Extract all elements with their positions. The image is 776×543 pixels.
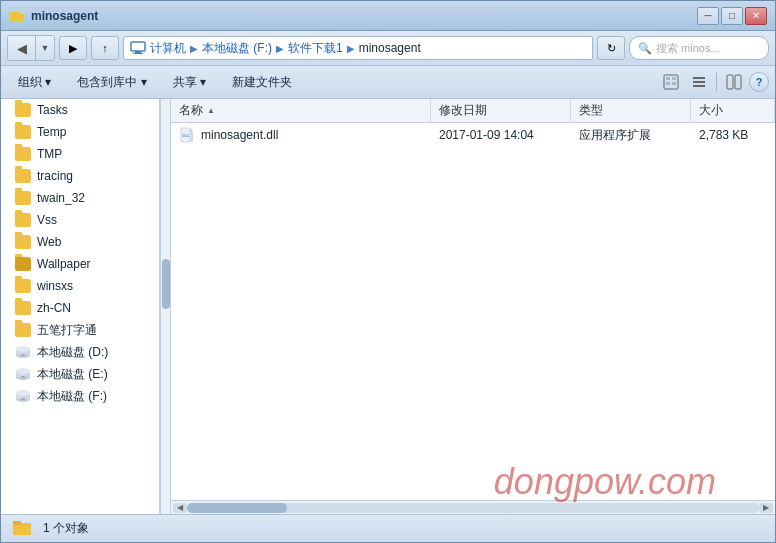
table-row[interactable]: DLL minosagent.dll 2017-01-09 14:04 应用程序… (171, 123, 775, 147)
sidebar-item-label: Wallpaper (37, 257, 91, 271)
col-header-size[interactable]: 大小 (691, 99, 775, 122)
h-scroll-left[interactable]: ◀ (173, 503, 187, 513)
organize-button[interactable]: 组织 ▾ (7, 69, 62, 95)
drive-icon (15, 367, 31, 381)
folder-icon (15, 103, 31, 117)
window-title: minosagent (31, 9, 697, 23)
panel-icon (726, 74, 742, 90)
col-header-date[interactable]: 修改日期 (431, 99, 571, 122)
help-button[interactable]: ? (749, 72, 769, 92)
sidebar-item-label: zh-CN (37, 301, 71, 315)
sidebar-item-drive-f[interactable]: 本地磁盘 (F:) (1, 385, 159, 407)
sidebar-item-wallpaper[interactable]: Wallpaper (1, 253, 159, 275)
view-button-2[interactable] (686, 70, 712, 94)
svg-rect-11 (693, 81, 705, 83)
file-type-cell: 应用程序扩展 (571, 123, 691, 147)
nav-dropdown[interactable]: ▼ (36, 36, 54, 60)
path-part-1: 计算机 (150, 40, 186, 57)
svg-rect-3 (135, 51, 141, 53)
col-header-name[interactable]: 名称 ▲ (171, 99, 431, 122)
search-box[interactable]: 🔍 搜索 minos... (629, 36, 769, 60)
sidebar-item-temp[interactable]: Temp (1, 121, 159, 143)
folder-icon (15, 169, 31, 183)
svg-rect-10 (693, 77, 705, 79)
view-icons: ? (658, 70, 769, 94)
sidebar-item-vss[interactable]: Vss (1, 209, 159, 231)
sidebar-item-label: Vss (37, 213, 57, 227)
window-icon (9, 8, 25, 24)
search-icon: 🔍 (638, 42, 652, 55)
main-content: Tasks Temp TMP tracing twain_32 (1, 99, 775, 514)
folder-icon (15, 301, 31, 315)
sidebar-item-wubi[interactable]: 五笔打字通 (1, 319, 159, 341)
sidebar: Tasks Temp TMP tracing twain_32 (1, 99, 160, 514)
sidebar-scrollbar[interactable] (160, 99, 170, 514)
list-icon (691, 74, 707, 90)
status-count: 1 个对象 (43, 520, 89, 537)
svg-rect-1 (10, 14, 24, 21)
path-sep-3: ▶ (347, 43, 355, 54)
toolbar: 组织 ▾ 包含到库中 ▾ 共享 ▾ 新建文件夹 (1, 66, 775, 99)
sidebar-item-drive-e[interactable]: 本地磁盘 (E:) (1, 363, 159, 385)
sidebar-item-tasks[interactable]: Tasks (1, 99, 159, 121)
col-header-type[interactable]: 类型 (571, 99, 691, 122)
sidebar-item-zh-cn[interactable]: zh-CN (1, 297, 159, 319)
minimize-button[interactable]: ─ (697, 7, 719, 25)
include-library-button[interactable]: 包含到库中 ▾ (66, 69, 157, 95)
sidebar-item-web[interactable]: Web (1, 231, 159, 253)
folder-icon (15, 213, 31, 227)
window-controls: ─ □ ✕ (697, 7, 767, 25)
sidebar-item-label: TMP (37, 147, 62, 161)
sidebar-item-label: winsxs (37, 279, 73, 293)
svg-rect-7 (672, 77, 676, 80)
title-bar: minosagent ─ □ ✕ (1, 1, 775, 31)
view-button-3[interactable] (721, 70, 747, 94)
h-scroll-right[interactable]: ▶ (759, 503, 773, 513)
file-panel: 名称 ▲ 修改日期 类型 大小 (171, 99, 775, 514)
path-sep-2: ▶ (276, 43, 284, 54)
sidebar-scrollbar-thumb[interactable] (162, 259, 170, 309)
h-scroll-track (187, 503, 759, 513)
sidebar-item-tracing[interactable]: tracing (1, 165, 159, 187)
svg-rect-12 (693, 85, 705, 87)
sidebar-item-label: 本地磁盘 (F:) (37, 388, 107, 405)
refresh-button[interactable]: ↻ (597, 36, 625, 60)
back-button[interactable]: ◀ (8, 36, 36, 60)
status-folder-icon (11, 518, 33, 539)
view-button-1[interactable] (658, 70, 684, 94)
close-button[interactable]: ✕ (745, 7, 767, 25)
path-part-2: 本地磁盘 (F:) (202, 40, 272, 57)
sidebar-item-tmp[interactable]: TMP (1, 143, 159, 165)
maximize-button[interactable]: □ (721, 7, 743, 25)
svg-rect-8 (666, 82, 670, 85)
share-button[interactable]: 共享 ▾ (162, 69, 217, 95)
folder-icon (15, 279, 31, 293)
new-folder-button[interactable]: 新建文件夹 (221, 69, 303, 95)
sidebar-item-twain32[interactable]: twain_32 (1, 187, 159, 209)
file-name-cell: DLL minosagent.dll (171, 123, 431, 147)
svg-point-26 (21, 398, 25, 400)
folder-icon (15, 323, 31, 337)
svg-point-25 (16, 390, 30, 396)
svg-rect-4 (133, 53, 143, 54)
svg-rect-6 (666, 77, 670, 80)
folder-icon (15, 257, 31, 271)
toolbar-divider-2 (716, 72, 717, 92)
svg-rect-32 (13, 525, 31, 535)
forward-button[interactable]: ▶ (59, 36, 87, 60)
preview-icon (663, 74, 679, 90)
sidebar-item-label: 本地磁盘 (E:) (37, 366, 108, 383)
svg-point-22 (21, 376, 25, 378)
svg-marker-28 (190, 128, 193, 131)
sidebar-item-label: Tasks (37, 103, 68, 117)
file-list: DLL minosagent.dll 2017-01-09 14:04 应用程序… (171, 123, 775, 500)
sidebar-item-winsxs[interactable]: winsxs (1, 275, 159, 297)
address-path[interactable]: 计算机 ▶ 本地磁盘 (F:) ▶ 软件下载1 ▶ minosagent (123, 36, 593, 60)
horizontal-scrollbar[interactable]: ◀ ▶ (171, 500, 775, 514)
sidebar-item-drive-d[interactable]: 本地磁盘 (D:) (1, 341, 159, 363)
up-button[interactable]: ↑ (91, 36, 119, 60)
h-scroll-thumb[interactable] (187, 503, 287, 513)
svg-point-21 (16, 368, 30, 374)
search-placeholder: 搜索 minos... (656, 41, 720, 56)
path-part-4: minosagent (359, 41, 421, 55)
